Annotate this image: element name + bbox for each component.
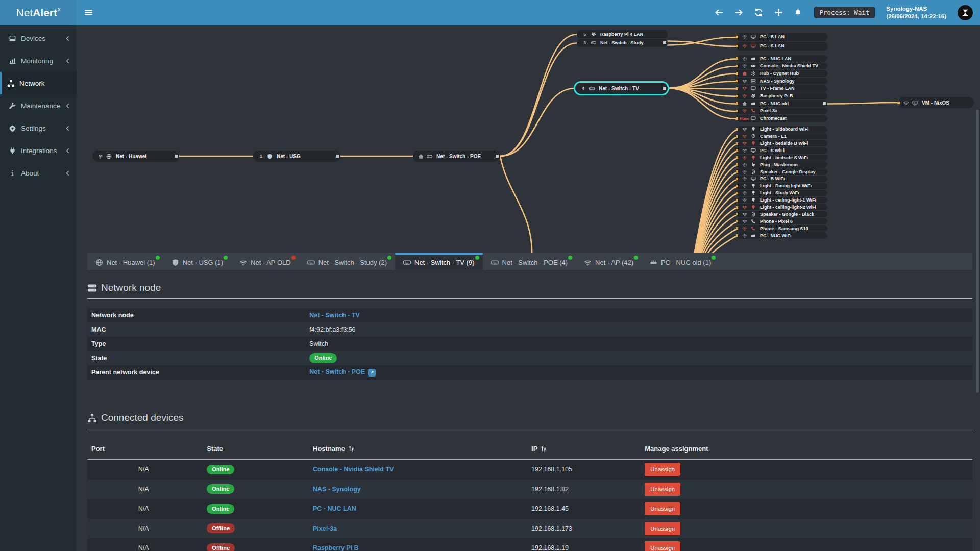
node-pc-b-lan[interactable]: PC - B LAN <box>737 33 827 41</box>
node-light-ceiling-light-1-wifi[interactable]: Light - ceiling-light-1 WiFi <box>737 197 827 204</box>
left-connector <box>736 142 738 145</box>
move-button[interactable] <box>774 8 783 17</box>
tab-net-ap-old[interactable]: Net - AP OLD <box>231 253 299 270</box>
node-tv-frame-lan[interactable]: TV - Frame LAN <box>737 85 827 92</box>
node-label: Net - Switch - POE <box>436 154 481 159</box>
column-header-label: State <box>207 445 223 453</box>
node-light-dining-light-wifi[interactable]: Light - Dining light WiFi <box>737 183 827 189</box>
tab-pc-nuc-old-1[interactable]: PC - NUC old (1) <box>642 253 719 270</box>
unassign-button[interactable]: Unassign <box>645 541 680 551</box>
node-net-huawei[interactable]: Net - Huawei <box>92 151 179 162</box>
node-pc-nuc-lan[interactable]: PC - NUC LAN <box>737 55 827 62</box>
tab-net-switch-poe-4[interactable]: Net - Switch - POE (4) <box>483 253 576 270</box>
node-pc-s-wifi[interactable]: PC - S WiFi <box>737 147 827 154</box>
tab-net-switch-tv-9[interactable]: Net - Switch - TV (9) <box>395 253 483 270</box>
tab-net-ap-42[interactable]: Net - AP (42) <box>576 253 642 270</box>
node-row-slot2 <box>749 162 757 167</box>
field-link-net-switch-poe[interactable]: Net - Switch - POE <box>309 368 365 375</box>
status-dot-green <box>224 256 228 260</box>
sidebar-item-label: Integrations <box>21 147 57 155</box>
back-button[interactable] <box>715 8 723 17</box>
node-pc-s-lan[interactable]: PC - S LAN <box>737 42 827 51</box>
node-speaker-google-display[interactable]: Speaker - Google Display <box>737 168 827 175</box>
left-connector <box>736 170 738 173</box>
node-phone-pixel-6[interactable]: Phone - Pixel 6 <box>737 218 827 225</box>
node-label: Light - Dining light WiFi <box>760 183 812 188</box>
refresh-button[interactable] <box>754 8 763 17</box>
tab-label: Net - USG (1) <box>183 259 223 266</box>
node-speaker-google-black[interactable]: Speaker - Google - Black <box>737 211 827 218</box>
sidebar-item-monitoring[interactable]: Monitoring <box>0 49 77 72</box>
port-badge: None <box>740 116 749 121</box>
node-raspberry-pi-b[interactable]: Raspberry Pi B <box>737 92 827 99</box>
app-logo[interactable]: NetAlertx <box>0 0 77 25</box>
sidebar-item-label: Settings <box>21 124 46 132</box>
nic-icon <box>751 233 756 238</box>
node-chromecast[interactable]: NoneChromecast <box>737 115 827 122</box>
unassign-button[interactable]: Unassign <box>645 463 680 476</box>
avatar[interactable] <box>958 5 973 20</box>
scrollbar-thumb[interactable] <box>976 110 979 393</box>
sidebar-item-about[interactable]: About <box>0 162 77 184</box>
tab-net-usg-1[interactable]: Net - USG (1) <box>163 253 231 270</box>
node-net-switch-tv[interactable]: 4Net - Switch - TV <box>575 83 668 94</box>
node-net-switch-poe[interactable]: Net - Switch - POE <box>413 151 500 162</box>
chevron-left-icon <box>65 148 70 154</box>
sort-icon <box>348 445 355 452</box>
node-hub-cygnet-hub[interactable]: Hub - Cygnet Hub <box>737 70 827 77</box>
node-light-sideboard-wifi[interactable]: Light - Sideboard WiFi <box>737 126 827 133</box>
sidebar-item-integrations[interactable]: Integrations <box>0 139 77 162</box>
hostname-link[interactable]: Console - Nvidia Shield TV <box>313 466 394 473</box>
node-vm-nixos[interactable]: VM - NixOS <box>898 97 974 108</box>
node-row-slot1: 5 <box>580 32 589 37</box>
forward-button[interactable] <box>734 8 743 17</box>
nic-icon <box>751 101 756 106</box>
unassign-button[interactable]: Unassign <box>645 483 680 496</box>
node-net-switch-study[interactable]: 3Net - Switch - Study <box>577 39 668 47</box>
hostname-link[interactable]: Raspberry Pi B <box>313 544 359 551</box>
tab-net-switch-study-2[interactable]: Net - Switch - Study (2) <box>299 253 395 270</box>
tab-net-huawei-1[interactable]: Net - Huawei (1) <box>87 253 163 270</box>
hostname-link[interactable]: NAS - Synology <box>313 486 361 493</box>
hostname-link[interactable]: PC - NUC LAN <box>313 505 356 512</box>
node-light-bedside-b-wifi[interactable]: Light - bedside B WiFi <box>737 140 827 147</box>
sidebar-item-maintenance[interactable]: Maintenance <box>0 94 77 117</box>
node-plug-washroom[interactable]: Plug - Washroom <box>737 161 827 168</box>
hostname-link[interactable]: Pixel-3a <box>313 525 337 532</box>
node-camera-e1[interactable]: Camera - E1 <box>737 133 827 140</box>
node-row-slot1 <box>740 226 749 231</box>
right-connector <box>175 155 178 158</box>
node-phone-samsung-s10[interactable]: Phone - Samsung S10 <box>737 225 827 232</box>
node-net-usg[interactable]: 1Net - USG <box>253 151 340 162</box>
node-pc-b-wifi[interactable]: PC - B WiFi <box>737 176 827 182</box>
column-header-ip[interactable]: IP <box>526 445 639 453</box>
unassign-button[interactable]: Unassign <box>645 502 680 515</box>
node-pixel-3a[interactable]: Pixel-3a <box>737 108 827 114</box>
sidebar-item-settings[interactable]: Settings <box>0 117 77 139</box>
left-connector <box>736 234 738 237</box>
node-raspberry-pi-4-lan[interactable]: 5Raspberry Pi 4 LAN <box>577 30 668 38</box>
node-pc-nuc-wifi[interactable]: PC - NUC WiFi <box>737 232 827 239</box>
left-connector <box>736 185 738 187</box>
table-row-console-nvidia-shield-tv: N/AOnlineConsole - Nvidia Shield TV192.1… <box>87 460 972 480</box>
unassign-button[interactable]: Unassign <box>645 522 680 535</box>
column-header-hostname[interactable]: Hostname <box>307 445 526 453</box>
bulb-icon <box>751 190 756 195</box>
node-nas-synology[interactable]: NAS - Synology <box>737 78 827 84</box>
node-light-study-wifi[interactable]: Light - Study WiFi <box>737 190 827 196</box>
node-row-slot1 <box>740 86 749 91</box>
node-light-ceiling-light-2-wifi[interactable]: Light - ceiling-light-2 WiFi <box>737 204 827 211</box>
notifications-button[interactable] <box>794 9 802 16</box>
sidebar-item-network[interactable]: Network <box>0 72 77 94</box>
wrench-icon <box>9 102 16 110</box>
node-light-bedside-s-wifi[interactable]: Light - bedside S WiFi <box>737 155 827 161</box>
node-pc-nuc-old[interactable]: PC - NUC old <box>737 100 827 107</box>
status-dot-green <box>634 256 638 260</box>
sidebar-item-devices[interactable]: Devices <box>0 27 77 49</box>
external-link-button[interactable] <box>368 369 376 377</box>
node-label: Light - ceiling-light-2 WiFi <box>760 205 816 210</box>
field-link-net-switch-tv[interactable]: Net - Switch - TV <box>309 312 360 319</box>
node-console-nvidia-shield-tv[interactable]: Console - Nvidia Shield TV <box>737 63 827 69</box>
sidebar-toggle-button[interactable] <box>84 0 93 25</box>
chevron-left-icon <box>65 170 70 176</box>
